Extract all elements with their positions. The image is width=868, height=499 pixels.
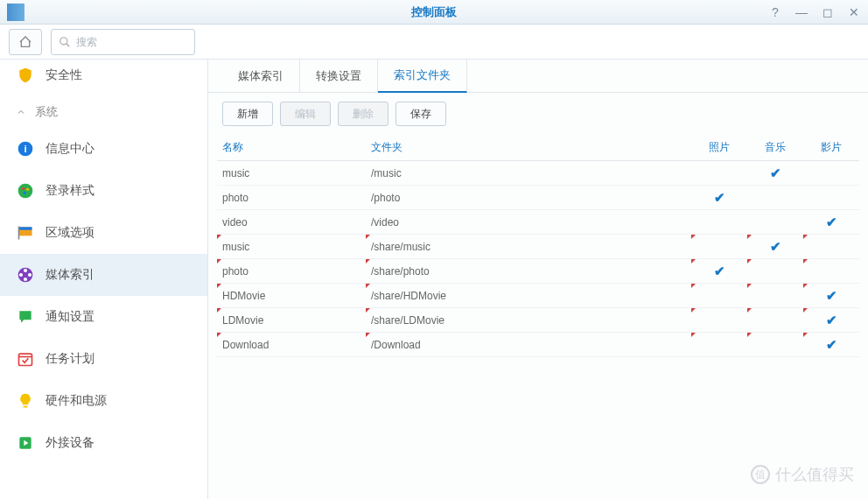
create-button[interactable]: 新增	[222, 102, 273, 126]
sidebar: 安全性 系统 i信息中心登录样式区域选项媒体索引通知设置任务计划硬件和电源外接设…	[0, 60, 208, 499]
tab[interactable]: 索引文件夹	[378, 60, 467, 93]
cell-music: ✔	[747, 161, 803, 185]
check-icon: ✔	[770, 239, 781, 255]
cell-video	[803, 259, 859, 283]
shield-icon	[16, 66, 35, 85]
sidebar-item[interactable]: 区域选项	[0, 212, 207, 254]
edit-button[interactable]: 编辑	[280, 102, 331, 126]
cell-music	[747, 284, 803, 307]
cell-video: ✔	[803, 308, 859, 332]
table-row[interactable]: video /video ✔	[217, 210, 859, 235]
cell-photo: ✔	[691, 259, 747, 283]
cell-music	[747, 259, 803, 283]
table-row[interactable]: music /music ✔	[217, 161, 859, 186]
palette-icon	[16, 181, 35, 200]
bulb-icon	[16, 391, 35, 411]
cell-video	[803, 186, 859, 209]
film-icon	[16, 265, 35, 285]
svg-rect-16	[19, 354, 32, 365]
cell-photo	[691, 333, 747, 356]
table-row[interactable]: photo /photo ✔	[217, 186, 859, 210]
cell-photo	[691, 308, 747, 332]
sidebar-item[interactable]: 通知设置	[0, 296, 207, 338]
chat-icon	[16, 307, 35, 327]
sidebar-item-label: 安全性	[46, 67, 82, 83]
cell-folder: /video	[366, 210, 691, 234]
sidebar-group-system[interactable]: 系统	[0, 96, 207, 128]
sidebar-item[interactable]: 外接设备	[0, 422, 207, 464]
window-controls: ? — ◻ ✕	[768, 5, 861, 19]
home-button[interactable]	[9, 29, 42, 55]
cell-folder: /Download	[366, 333, 691, 356]
maximize-button[interactable]: ◻	[821, 5, 835, 19]
sidebar-item[interactable]: 登录样式	[0, 170, 207, 212]
table-row[interactable]: music /share/music ✔	[217, 235, 859, 259]
main-panel: 媒体索引转换设置索引文件夹 新增 编辑 删除 保存 名称 文件夹 照片 音乐 影…	[208, 60, 868, 499]
help-button[interactable]: ?	[768, 5, 782, 19]
cell-video: ✔	[803, 284, 859, 307]
check-icon: ✔	[826, 288, 837, 304]
cell-folder: /share/music	[366, 235, 691, 258]
svg-rect-9	[19, 227, 32, 229]
cell-photo	[691, 210, 747, 234]
sidebar-item-label: 信息中心	[46, 141, 94, 157]
table-row[interactable]: photo /share/photo ✔	[217, 259, 859, 284]
cell-folder: /music	[366, 161, 691, 185]
cell-folder: /share/photo	[366, 259, 691, 283]
cell-name: photo	[217, 186, 366, 209]
sidebar-item[interactable]: 媒体索引	[0, 254, 207, 296]
cell-name: photo	[217, 259, 366, 283]
calendar-icon	[16, 349, 35, 369]
cell-photo	[691, 235, 747, 258]
sidebar-item-label: 媒体索引	[46, 267, 94, 283]
cell-name: LDMovie	[217, 308, 366, 332]
svg-line-1	[66, 43, 70, 46]
cell-name: music	[217, 161, 366, 185]
external-icon	[16, 433, 35, 453]
cell-music	[747, 308, 803, 332]
cell-photo	[691, 284, 747, 307]
svg-point-5	[22, 187, 24, 190]
sidebar-item[interactable]: 硬件和电源	[0, 380, 207, 422]
sidebar-item-label: 登录样式	[46, 183, 94, 199]
table-row[interactable]: Download /Download ✔	[217, 333, 859, 357]
cell-video: ✔	[803, 333, 859, 356]
window-title: 控制面板	[411, 4, 457, 20]
svg-point-13	[28, 273, 32, 277]
sidebar-item-label: 通知设置	[46, 309, 94, 325]
sidebar-item-security[interactable]: 安全性	[0, 60, 207, 96]
cell-video: ✔	[803, 210, 859, 234]
table-row[interactable]: HDMovie /share/HDMovie ✔	[217, 284, 859, 308]
svg-point-14	[24, 278, 27, 281]
cell-music	[747, 186, 803, 209]
svg-text:i: i	[24, 143, 26, 154]
th-video[interactable]: 影片	[803, 140, 859, 155]
sidebar-item-label: 外接设备	[46, 435, 94, 451]
sidebar-item[interactable]: i信息中心	[0, 128, 207, 170]
th-music[interactable]: 音乐	[747, 140, 803, 155]
sidebar-item[interactable]: 任务计划	[0, 338, 207, 380]
sidebar-item-label: 区域选项	[46, 225, 94, 241]
check-icon: ✔	[714, 264, 725, 279]
search-input[interactable]	[76, 36, 187, 48]
delete-button[interactable]: 删除	[338, 102, 388, 126]
toolbar: 新增 编辑 删除 保存	[208, 93, 868, 135]
th-photo[interactable]: 照片	[691, 140, 747, 155]
tab[interactable]: 转换设置	[300, 60, 378, 92]
cell-name: Download	[217, 333, 366, 356]
search-box[interactable]	[51, 29, 195, 55]
minimize-button[interactable]: —	[794, 5, 808, 19]
close-button[interactable]: ✕	[847, 5, 861, 19]
folder-table: 名称 文件夹 照片 音乐 影片 music /music ✔ photo /ph…	[208, 135, 868, 499]
cell-music	[747, 333, 803, 356]
home-icon	[18, 35, 32, 49]
sidebar-group-label: 系统	[35, 104, 58, 120]
tab[interactable]: 媒体索引	[222, 60, 300, 92]
save-button[interactable]: 保存	[396, 102, 446, 126]
th-folder[interactable]: 文件夹	[366, 140, 691, 155]
cell-folder: /share/HDMovie	[366, 284, 691, 307]
table-row[interactable]: LDMovie /share/LDMovie ✔	[217, 308, 859, 333]
th-name[interactable]: 名称	[217, 140, 366, 155]
cell-video	[803, 235, 859, 258]
svg-point-15	[19, 273, 23, 277]
